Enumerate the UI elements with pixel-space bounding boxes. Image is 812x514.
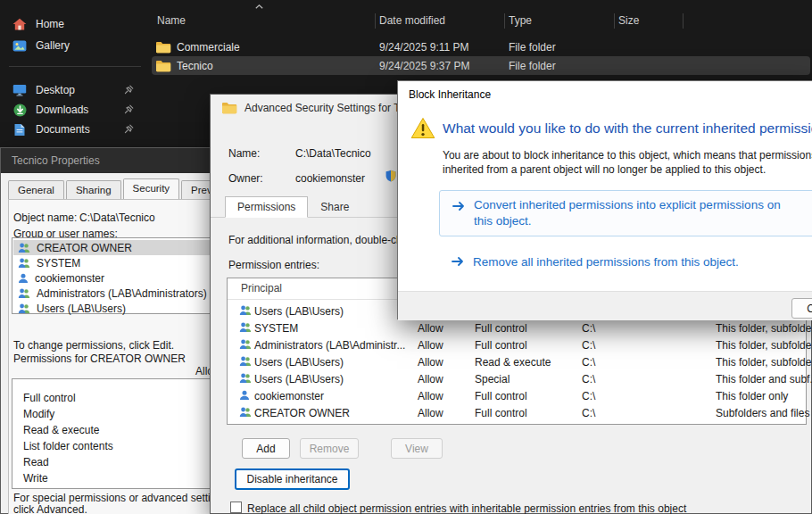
name-value: C:\Data\Tecnico <box>295 147 371 160</box>
convert-permissions-command-link[interactable]: Convert inherited permissions into expli… <box>439 190 812 236</box>
column-divider[interactable] <box>375 13 376 29</box>
pin-icon[interactable] <box>124 85 134 95</box>
object-name-value: C:\Data\Tecnico <box>79 211 155 224</box>
group-icon <box>239 305 252 316</box>
documents-icon <box>12 123 27 137</box>
entry-access: Full control <box>475 339 527 352</box>
entry-applies-to: This folder, subfolde... <box>716 322 812 335</box>
permission-item[interactable]: Read <box>23 456 49 468</box>
permission-entry-row[interactable]: cookiemonster Allow Full control C:\ Thi… <box>228 386 806 403</box>
column-header-size[interactable]: Size <box>618 14 812 27</box>
sidebar-item-label: Documents <box>36 123 90 136</box>
pin-icon[interactable] <box>124 104 134 114</box>
permission-item[interactable]: Full control <box>23 392 76 404</box>
file-row-commerciale[interactable]: Commerciale 9/24/2025 9:11 PM File folde… <box>152 37 810 56</box>
dialog-title: Tecnico Properties <box>12 154 100 167</box>
group-icon <box>239 322 252 333</box>
permission-entry-row[interactable]: Users (LAB\Users) Allow Special C:\ This… <box>228 369 806 386</box>
folder-icon <box>155 60 171 72</box>
permission-item[interactable]: Modify <box>23 408 54 420</box>
file-list-header: Name Date modified Type Size <box>150 12 812 29</box>
entry-type: Allow <box>418 373 443 386</box>
column-divider[interactable] <box>683 13 684 29</box>
entry-access: Full control <box>475 322 527 335</box>
arrow-right-icon <box>452 201 465 211</box>
owner-value: cookiemonster <box>295 172 365 185</box>
permission-entry-row[interactable]: Administrators (LAB\Administr... Allow F… <box>228 336 806 352</box>
file-type: File folder <box>509 41 810 54</box>
file-type: File folder <box>509 60 810 72</box>
permission-entry-row[interactable]: CREATOR OWNER Allow Full control C:\ Sub… <box>228 403 806 420</box>
entry-principal: Administrators (LAB\Administr... <box>254 339 405 352</box>
sidebar-item-downloads[interactable]: Downloads <box>4 99 145 120</box>
dialog-title: Block Inheritance <box>409 88 491 101</box>
entry-access: Read & execute <box>475 356 551 369</box>
disable-inheritance-button[interactable]: Disable inheritance <box>235 468 350 490</box>
column-header-name[interactable]: Name <box>157 14 379 27</box>
folder-icon <box>221 102 237 114</box>
group-name: cookiemonster <box>35 272 104 285</box>
file-row-tecnico[interactable]: Tecnico 9/24/2025 9:37 PM File folder <box>152 56 810 75</box>
entry-principal: cookiemonster <box>254 390 324 402</box>
permission-item[interactable]: List folder contents <box>23 440 113 452</box>
tab-permissions[interactable]: Permissions <box>225 196 308 218</box>
remove-permissions-command-link[interactable]: Remove all inherited permissions from th… <box>439 253 812 272</box>
replace-permissions-checkbox[interactable] <box>230 502 242 513</box>
sidebar-item-label: Downloads <box>36 104 88 116</box>
command-link-label: Convert inherited permissions into expli… <box>474 197 781 229</box>
group-name: CREATOR OWNER <box>37 242 132 254</box>
user-icon <box>18 273 29 284</box>
pin-icon[interactable] <box>124 124 134 134</box>
dialog-titlebar[interactable]: Block Inheritance <box>398 81 812 108</box>
column-divider[interactable] <box>614 13 615 29</box>
entry-applies-to: This folder only <box>716 390 788 402</box>
tab-share[interactable]: Share <box>308 196 361 218</box>
group-icon <box>18 288 30 299</box>
replace-permissions-label: Replace all child object permission entr… <box>247 502 686 514</box>
entry-applies-to: This folder, subfolde... <box>716 339 812 352</box>
sidebar-divider <box>9 66 141 67</box>
group-icon <box>239 356 252 367</box>
command-link-label: Remove all inherited permissions from th… <box>473 254 739 270</box>
entry-inherited-from: C:\ <box>582 322 595 335</box>
owner-label: Owner: <box>228 172 263 185</box>
folder-icon <box>155 41 171 54</box>
group-name: Administrators (LAB\Administrators) <box>37 287 207 300</box>
remove-button[interactable]: Remove <box>300 438 359 459</box>
file-name: Tecnico <box>177 60 379 72</box>
downloads-icon <box>12 104 27 117</box>
file-date-modified: 9/24/2025 9:11 PM <box>379 41 509 54</box>
add-button[interactable]: Add <box>242 438 290 459</box>
permission-entry-row[interactable]: SYSTEM Allow Full control C:\ This folde… <box>228 319 806 336</box>
column-header-type[interactable]: Type <box>509 14 618 27</box>
advanced-tabs: Permissions Share <box>225 196 361 218</box>
uac-shield-icon <box>385 170 396 182</box>
sidebar-item-desktop[interactable]: Desktop <box>4 79 145 101</box>
column-header-date-modified[interactable]: Date modified <box>379 14 509 27</box>
entry-access: Special <box>475 373 510 386</box>
permissions-label: Permissions for CREATOR OWNER <box>13 353 196 365</box>
group-icon <box>18 243 30 253</box>
permission-entry-row[interactable]: Users (LAB\Users) Allow Read & execute C… <box>228 352 806 369</box>
tab-security[interactable]: Security <box>123 178 180 199</box>
permission-item[interactable]: Read & execute <box>23 424 99 436</box>
tab-general[interactable]: General <box>8 180 64 199</box>
sidebar-item-documents[interactable]: Documents <box>4 119 145 140</box>
column-header-principal[interactable]: Principal <box>241 282 282 294</box>
entry-access: Full control <box>475 390 527 402</box>
file-date-modified: 9/24/2025 9:37 PM <box>379 60 509 72</box>
entry-type: Allow <box>418 339 443 352</box>
home-icon <box>12 18 27 30</box>
sidebar-item-home[interactable]: Home <box>4 13 145 35</box>
group-name: Users (LAB\Users) <box>37 303 126 315</box>
entry-principal: Users (LAB\Users) <box>254 373 344 386</box>
view-button[interactable]: View <box>391 438 443 459</box>
column-divider[interactable] <box>504 13 505 29</box>
dialog-body-line1: You are about to block inheritance to th… <box>443 149 812 162</box>
sort-ascending-icon <box>255 4 263 9</box>
cancel-button[interactable]: Cancel <box>791 298 812 319</box>
block-inheritance-dialog: Block Inheritance What would you like to… <box>397 80 812 319</box>
permission-item[interactable]: Write <box>23 472 48 485</box>
sidebar-item-gallery[interactable]: Gallery <box>4 35 145 56</box>
tab-sharing[interactable]: Sharing <box>66 180 121 199</box>
